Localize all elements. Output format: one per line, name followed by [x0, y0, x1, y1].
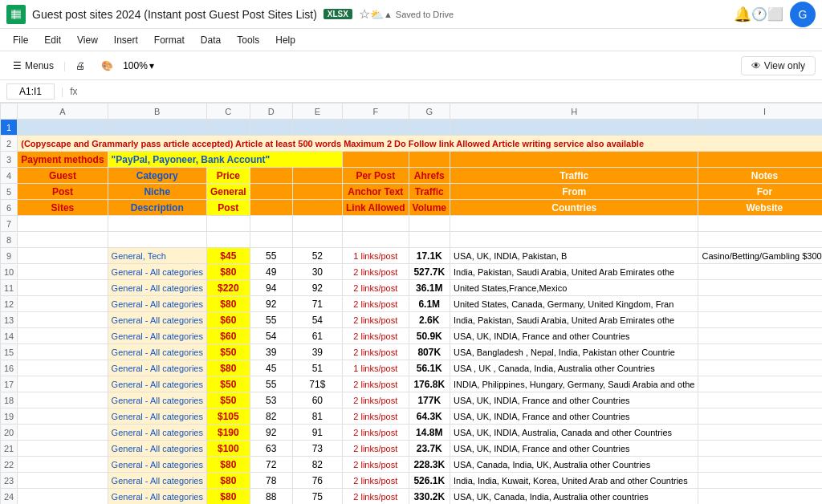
cell-b-22[interactable]: General - All categories: [108, 457, 206, 473]
cell-d-22[interactable]: 72: [250, 457, 292, 473]
cell-f-21[interactable]: 2 links/post: [343, 441, 409, 457]
col-header-e[interactable]: E: [292, 104, 342, 120]
cell-e-10[interactable]: 30: [292, 264, 342, 280]
cell-a7[interactable]: [18, 216, 108, 232]
cell-c7[interactable]: [206, 216, 250, 232]
cell-i7[interactable]: [698, 216, 822, 232]
cell-c-12[interactable]: $80: [206, 296, 250, 312]
cell-e-20[interactable]: 91: [292, 425, 342, 441]
col-header-f[interactable]: F: [343, 104, 409, 120]
cell-a-18[interactable]: [18, 392, 108, 408]
cell-i-17[interactable]: [698, 376, 822, 392]
cell-c-9[interactable]: $45: [206, 248, 250, 264]
cell-c5[interactable]: General: [206, 184, 250, 200]
cell-h-12[interactable]: United States, Canada, Germany, United K…: [450, 296, 698, 312]
cell-a6[interactable]: Sites: [18, 200, 108, 216]
cell-d4[interactable]: Ahrefs: [250, 168, 292, 184]
cell-b-24[interactable]: General - All categories: [108, 489, 206, 505]
cell-b-20[interactable]: General - All categories: [108, 425, 206, 441]
cell-d-9[interactable]: 55: [250, 248, 292, 264]
cell-a-16[interactable]: [18, 360, 108, 376]
cell-h7[interactable]: [450, 216, 698, 232]
cell-e6[interactable]: Authority: [292, 200, 342, 216]
cell-e-19[interactable]: 81: [292, 408, 342, 425]
cell-c6[interactable]: Post: [206, 200, 250, 216]
cell-f-19[interactable]: 2 links/post: [343, 408, 409, 425]
cell-g-9[interactable]: 17.1K: [409, 248, 450, 264]
cell-d-10[interactable]: 49: [250, 264, 292, 280]
cell-i-13[interactable]: [698, 312, 822, 328]
cell-e4[interactable]: Ahrefs: [292, 168, 342, 184]
cell-f-20[interactable]: 2 links/post: [343, 425, 409, 441]
cell-g8[interactable]: [409, 232, 450, 248]
cell-h1[interactable]: [450, 120, 698, 136]
cell-h-18[interactable]: USA, UK, INDIA, France and other Countri…: [450, 392, 698, 408]
cell-f1[interactable]: [343, 120, 409, 136]
menu-edit[interactable]: Edit: [38, 33, 67, 47]
cell-e-13[interactable]: 54: [292, 312, 342, 328]
col-header-h[interactable]: H: [450, 104, 698, 120]
cell-c-14[interactable]: $60: [206, 328, 250, 344]
cell-g-16[interactable]: 56.1K: [409, 360, 450, 376]
cell-info[interactable]: (Copyscape and Grammarly pass article ac…: [18, 136, 822, 152]
cell-g-10[interactable]: 527.7K: [409, 264, 450, 280]
cell-b1[interactable]: [108, 120, 206, 136]
cell-d7[interactable]: [250, 216, 292, 232]
star-icon[interactable]: ☆: [359, 6, 370, 22]
cell-e-15[interactable]: 39: [292, 344, 342, 360]
cell-d-19[interactable]: 82: [250, 408, 292, 425]
cell-c-13[interactable]: $60: [206, 312, 250, 328]
cell-h5[interactable]: From: [450, 184, 698, 200]
cell-a-15[interactable]: [18, 344, 108, 360]
cell-e-21[interactable]: 73: [292, 441, 342, 457]
menu-data[interactable]: Data: [194, 33, 227, 47]
cell-f-17[interactable]: 2 links/post: [343, 376, 409, 392]
cell-b6[interactable]: Description: [108, 200, 206, 216]
cell-f-13[interactable]: 2 links/post: [343, 312, 409, 328]
cell-i-20[interactable]: [698, 425, 822, 441]
cell-d-13[interactable]: 55: [250, 312, 292, 328]
cell-c-10[interactable]: $80: [206, 264, 250, 280]
cell-f-11[interactable]: 2 links/post: [343, 280, 409, 296]
cell-h3[interactable]: [450, 152, 698, 168]
cell-a5[interactable]: Post: [18, 184, 108, 200]
cell-c-20[interactable]: $190: [206, 425, 250, 441]
cell-i-18[interactable]: [698, 392, 822, 408]
cell-b-12[interactable]: General - All categories: [108, 296, 206, 312]
cell-d-12[interactable]: 92: [250, 296, 292, 312]
cell-i-16[interactable]: [698, 360, 822, 376]
cell-i-19[interactable]: [698, 408, 822, 425]
cell-e5[interactable]: Domain: [292, 184, 342, 200]
cell-h-11[interactable]: United States,France,Mexico: [450, 280, 698, 296]
cell-d6[interactable]: Rating: [250, 200, 292, 216]
cell-g-15[interactable]: 807K: [409, 344, 450, 360]
cell-payment-value[interactable]: "PayPal, Payoneer, Bank Account": [108, 152, 342, 168]
cell-i5[interactable]: For: [698, 184, 822, 200]
cell-g-11[interactable]: 36.1M: [409, 280, 450, 296]
cell-i-23[interactable]: [698, 473, 822, 489]
zoom-control[interactable]: 100% ▾: [123, 60, 154, 71]
cell-h-23[interactable]: India, India, Kuwait, Korea, United Arab…: [450, 473, 698, 489]
cell-f6[interactable]: Link Allowed: [343, 200, 409, 216]
cell-c-19[interactable]: $105: [206, 408, 250, 425]
cell-a-21[interactable]: [18, 441, 108, 457]
cell-g-22[interactable]: 228.3K: [409, 457, 450, 473]
paint-button[interactable]: 🎨: [95, 59, 120, 73]
cell-h-24[interactable]: USA, UK, Canada, India, Australia other …: [450, 489, 698, 505]
cell-b8[interactable]: [108, 232, 206, 248]
cell-i-10[interactable]: [698, 264, 822, 280]
cell-reference[interactable]: [6, 83, 55, 100]
col-header-b[interactable]: B: [108, 104, 206, 120]
cell-i-21[interactable]: [698, 441, 822, 457]
cell-f8[interactable]: [343, 232, 409, 248]
cell-c-11[interactable]: $220: [206, 280, 250, 296]
cell-h-17[interactable]: INDIA, Philippines, Hungary, Germany, Sa…: [450, 376, 698, 392]
cell-a-13[interactable]: [18, 312, 108, 328]
cell-b-23[interactable]: General - All categories: [108, 473, 206, 489]
cell-g-12[interactable]: 6.1M: [409, 296, 450, 312]
cell-d-21[interactable]: 63: [250, 441, 292, 457]
cell-g-20[interactable]: 14.8M: [409, 425, 450, 441]
cell-g4[interactable]: Ahrefs: [409, 168, 450, 184]
cell-b-11[interactable]: General - All categories: [108, 280, 206, 296]
cell-b-9[interactable]: General, Tech: [108, 248, 206, 264]
